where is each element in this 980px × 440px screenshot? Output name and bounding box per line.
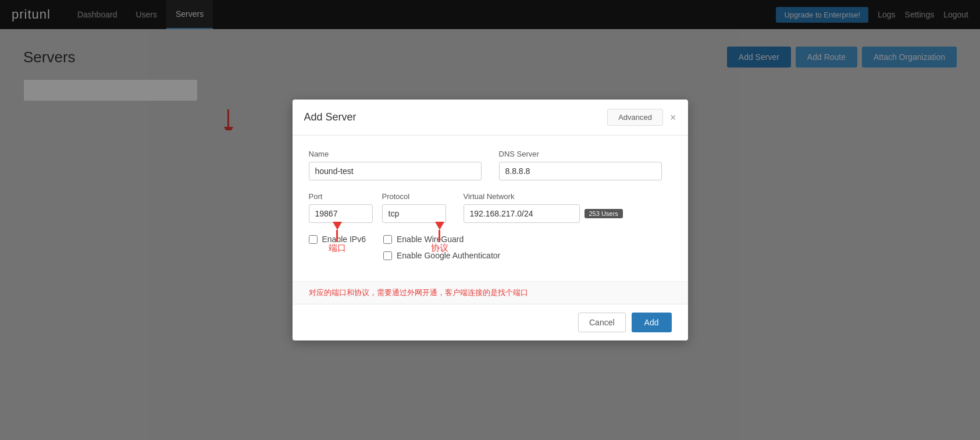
- modal-close-button[interactable]: ×: [670, 112, 676, 123]
- modal-overlay: Add Server Advanced × Name DNS Server: [0, 0, 980, 130]
- modal-header: Add Server Advanced ×: [293, 100, 688, 130]
- advanced-button[interactable]: Advanced: [607, 109, 663, 126]
- modal-title: Add Server: [304, 111, 608, 123]
- add-server-modal: Add Server Advanced × Name DNS Server: [293, 100, 688, 130]
